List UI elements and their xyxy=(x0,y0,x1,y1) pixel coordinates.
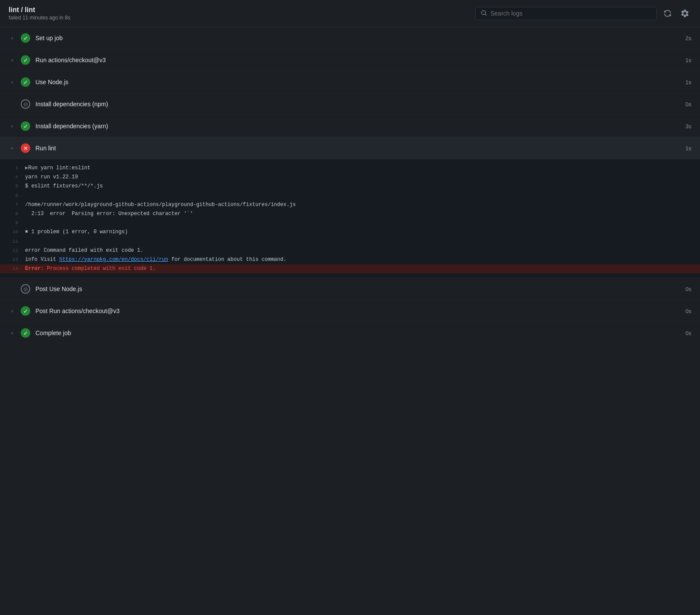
log-line-content: ▶Run yarn lint:eslint xyxy=(25,164,691,172)
search-box[interactable] xyxy=(475,7,657,20)
step-row[interactable]: › ✓ Complete job 0s xyxy=(0,322,700,344)
step-left: › ✓ Set up job xyxy=(9,33,63,43)
log-line-content: error Command failed with exit code 1. xyxy=(25,247,691,255)
status-icon-skipped: ⊘ xyxy=(21,284,30,294)
step-duration: 3s xyxy=(685,123,691,130)
log-line: 11 xyxy=(0,237,700,246)
step-name: Install dependencies (npm) xyxy=(35,101,108,108)
log-line-number: 8 xyxy=(4,210,18,218)
step-row[interactable]: › ✓ Use Node.js 1s xyxy=(0,71,700,93)
log-line-number: 12 xyxy=(4,247,18,255)
settings-button[interactable] xyxy=(678,7,691,20)
step-left: › ✓ Complete job xyxy=(9,328,71,338)
status-icon-success: ✓ xyxy=(21,328,30,338)
step-duration: 0s xyxy=(685,286,691,292)
chevron-icon: › xyxy=(9,123,16,129)
steps-list: › ✓ Set up job 2s › ✓ Run actions/checko… xyxy=(0,27,700,344)
log-link[interactable]: https://yarnpkg.com/en/docs/cli/run xyxy=(59,257,168,263)
step-row[interactable]: › ✓ Post Run actions/checkout@v3 0s xyxy=(0,300,700,322)
page-title: lint / lint xyxy=(9,6,70,14)
log-line-number: 6 xyxy=(4,192,18,200)
page-subtitle: failed 11 minutes ago in 8s xyxy=(9,15,70,21)
log-line: 13 info Visit https://yarnpkg.com/en/doc… xyxy=(0,255,700,264)
step-left: › ✓ Use Node.js xyxy=(9,77,68,87)
log-line: 6 xyxy=(0,191,700,200)
chevron-icon: › xyxy=(9,145,15,152)
status-icon-skipped: ⊘ xyxy=(21,99,30,109)
step-row[interactable]: › ✓ Run actions/checkout@v3 1s xyxy=(0,49,700,71)
log-line: 7 /home/runner/work/playground-github-ac… xyxy=(0,200,700,209)
step-row[interactable]: › ⊘ Post Use Node.js 0s xyxy=(0,278,700,300)
step-left: › ⊘ Post Use Node.js xyxy=(9,284,82,294)
log-line-error: 14 Error: Process completed with exit co… xyxy=(0,264,700,273)
step-name: Run lint xyxy=(35,145,56,152)
step-duration: 1s xyxy=(685,79,691,86)
log-output: 1 ▶Run yarn lint:eslint 4 yarn run v1.22… xyxy=(0,159,700,278)
step-name: Post Run actions/checkout@v3 xyxy=(35,308,120,314)
step-duration: 0s xyxy=(685,308,691,314)
status-icon-success: ✓ xyxy=(21,55,30,65)
log-line: 8 2:13 error Parsing error: Unexpected c… xyxy=(0,209,700,219)
step-left: › ✕ Run lint xyxy=(9,143,56,153)
step-row[interactable]: › ✓ Set up job 2s xyxy=(0,27,700,49)
status-icon-success: ✓ xyxy=(21,77,30,87)
log-line-content: $ eslint fixtures/**/*.js xyxy=(25,182,691,190)
refresh-button[interactable] xyxy=(661,7,674,20)
log-line: 9 xyxy=(0,219,700,228)
log-line-content xyxy=(25,192,691,200)
log-line-number: 14 xyxy=(4,265,18,273)
chevron-icon: › xyxy=(9,35,16,41)
header: lint / lint failed 11 minutes ago in 8s xyxy=(0,0,700,27)
step-duration: 1s xyxy=(685,57,691,63)
log-line: 12 error Command failed with exit code 1… xyxy=(0,246,700,255)
log-line-content: info Visit https://yarnpkg.com/en/docs/c… xyxy=(25,256,691,264)
log-line-content xyxy=(25,219,691,227)
status-icon-success: ✓ xyxy=(21,33,30,43)
log-line-number: 9 xyxy=(4,219,18,227)
status-icon-success: ✓ xyxy=(21,121,30,131)
step-left: › ✓ Post Run actions/checkout@v3 xyxy=(9,306,120,316)
log-line-content: 2:13 error Parsing error: Unexpected cha… xyxy=(25,210,691,218)
chevron-icon: › xyxy=(9,330,16,336)
step-duration: 0s xyxy=(685,101,691,108)
search-input[interactable] xyxy=(490,10,651,17)
step-row[interactable]: › ⊘ Install dependencies (npm) 0s xyxy=(0,93,700,115)
step-name: Complete job xyxy=(35,330,71,336)
step-name: Run actions/checkout@v3 xyxy=(35,57,106,63)
log-line-content: /home/runner/work/playground-github-acti… xyxy=(25,201,691,209)
status-icon-success: ✓ xyxy=(21,306,30,316)
chevron-icon: › xyxy=(9,57,16,63)
log-line-number: 13 xyxy=(4,256,18,264)
header-right xyxy=(475,7,691,20)
step-duration: 2s xyxy=(685,35,691,41)
log-line-content xyxy=(25,238,691,246)
log-line-content: ✖ 1 problem (1 error, 0 warnings) xyxy=(25,228,691,236)
log-line-number: 7 xyxy=(4,201,18,209)
step-name: Post Use Node.js xyxy=(35,285,82,292)
log-line: 1 ▶Run yarn lint:eslint xyxy=(0,164,700,173)
search-icon xyxy=(481,10,487,17)
log-line: 10 ✖ 1 problem (1 error, 0 warnings) xyxy=(0,228,700,237)
log-line-content: yarn run v1.22.19 xyxy=(25,173,691,181)
log-line-number: 5 xyxy=(4,182,18,190)
step-duration: 0s xyxy=(685,330,691,336)
step-left: › ✓ Install dependencies (yarn) xyxy=(9,121,108,131)
step-name: Set up job xyxy=(35,35,63,41)
step-row-run-lint[interactable]: › ✕ Run lint 1s xyxy=(0,137,700,159)
header-left: lint / lint failed 11 minutes ago in 8s xyxy=(9,6,70,21)
log-line-number: 4 xyxy=(4,173,18,181)
chevron-icon: › xyxy=(9,308,16,314)
log-line-number: 10 xyxy=(4,228,18,236)
chevron-icon: › xyxy=(9,79,16,85)
step-name: Use Node.js xyxy=(35,79,68,86)
step-row[interactable]: › ✓ Install dependencies (yarn) 3s xyxy=(0,115,700,137)
log-line: 5 $ eslint fixtures/**/*.js xyxy=(0,182,700,191)
step-duration: 1s xyxy=(685,145,691,152)
step-left: › ✓ Run actions/checkout@v3 xyxy=(9,55,106,65)
log-line: 4 yarn run v1.22.19 xyxy=(0,173,700,182)
log-line-content: Error: Process completed with exit code … xyxy=(25,265,691,273)
log-line-number: 1 xyxy=(4,164,18,172)
step-left: › ⊘ Install dependencies (npm) xyxy=(9,99,108,109)
log-line-number: 11 xyxy=(4,238,18,246)
step-name: Install dependencies (yarn) xyxy=(35,123,108,130)
